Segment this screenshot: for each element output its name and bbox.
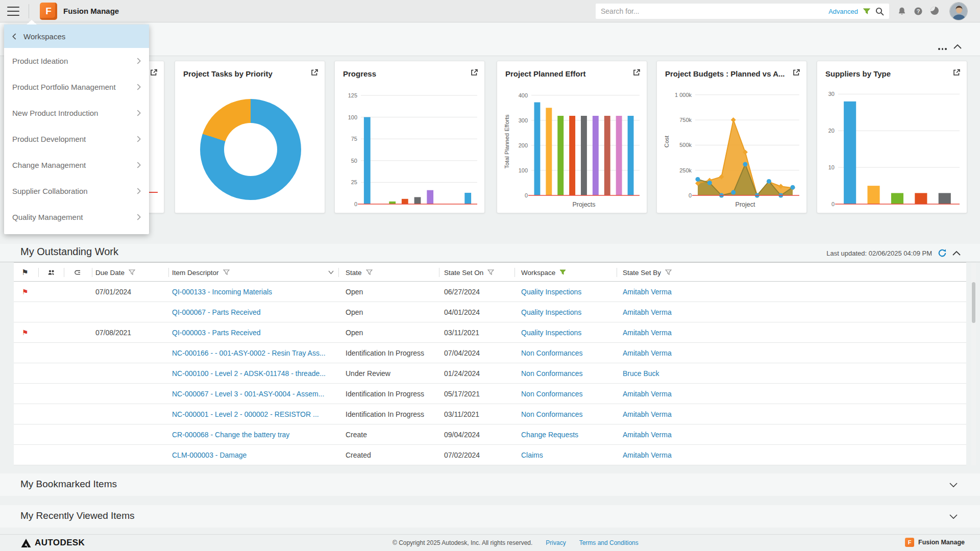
- flag-column-icon[interactable]: ⚑: [18, 263, 32, 282]
- column-state[interactable]: State: [346, 263, 373, 282]
- state-set-by-link[interactable]: Amitabh Verma: [623, 384, 672, 404]
- menu-item-quality-management[interactable]: Quality Management: [4, 204, 149, 230]
- svg-text:0: 0: [831, 201, 835, 207]
- dashboard-more-icon[interactable]: [936, 46, 949, 52]
- workspace-link[interactable]: Quality Inspections: [521, 302, 581, 322]
- item-descriptor-link[interactable]: CLM-000003 - Damage: [172, 445, 247, 465]
- my-recently-viewed-items-section[interactable]: My Recently Viewed Items: [0, 505, 980, 528]
- advanced-filter-icon[interactable]: [863, 8, 870, 15]
- item-descriptor-link[interactable]: NC-000001 - Level 2 - 000002 - RESISTOR …: [172, 404, 319, 424]
- state-set-on-cell: 07/04/2024: [444, 343, 480, 363]
- column-state-set-by[interactable]: State Set By: [623, 263, 672, 282]
- external-link-icon[interactable]: [952, 68, 961, 77]
- search-input[interactable]: Search for...: [601, 7, 639, 15]
- table-row[interactable]: QI-000067 - Parts Received Open 04/01/20…: [14, 302, 966, 322]
- menu-item-product-portfolio-management[interactable]: Product Portfolio Management: [4, 74, 149, 100]
- top-bar: F Fusion Manage Search for... Advanced ?: [0, 0, 980, 22]
- notifications-bell-icon[interactable]: [897, 7, 906, 16]
- menu-item-product-ideation[interactable]: Product Ideation: [4, 48, 149, 74]
- filter-icon[interactable]: [366, 269, 373, 276]
- column-due-date[interactable]: Due Date: [95, 263, 135, 282]
- workspace-link[interactable]: Quality Inspections: [521, 322, 581, 343]
- card-title: Suppliers by Type: [825, 69, 891, 78]
- workspace-link[interactable]: Non Conformances: [521, 384, 583, 404]
- state-set-by-link[interactable]: Amitabh Verma: [623, 404, 672, 424]
- column-state-set-on[interactable]: State Set On: [444, 263, 494, 282]
- state-set-by-link[interactable]: Amitabh Verma: [623, 445, 672, 465]
- dark-mode-moon-icon[interactable]: [930, 7, 939, 15]
- state-set-by-link[interactable]: Amitabh Verma: [623, 322, 672, 343]
- external-link-icon[interactable]: [470, 68, 478, 77]
- workspace-link[interactable]: Claims: [521, 445, 543, 465]
- item-descriptor-link[interactable]: NC-000166 - - 001-ASY-0002 - Resin Tray …: [172, 343, 326, 363]
- state-set-by-link[interactable]: Amitabh Verma: [623, 424, 672, 445]
- table-row[interactable]: CLM-000003 - Damage Created 07/02/2024 C…: [14, 445, 966, 465]
- item-descriptor-link[interactable]: CR-000068 - Change the battery tray: [172, 424, 289, 445]
- item-descriptor-link[interactable]: QI-000067 - Parts Received: [172, 302, 261, 322]
- expand-chevron-icon[interactable]: [949, 514, 958, 519]
- state-set-by-link[interactable]: Amitabh Verma: [623, 302, 672, 322]
- column-workspace[interactable]: Workspace: [521, 263, 566, 282]
- workspace-link[interactable]: Non Conformances: [521, 363, 583, 384]
- privacy-link[interactable]: Privacy: [546, 539, 566, 546]
- card-title: Project Tasks by Priority: [183, 69, 273, 78]
- terms-link[interactable]: Terms and Conditions: [579, 539, 639, 546]
- main-menu-button[interactable]: [7, 7, 19, 16]
- table-scrollbar[interactable]: [971, 263, 976, 465]
- item-descriptor-link[interactable]: QI-000133 - Incoming Materials: [172, 282, 272, 302]
- state-set-on-cell: 03/11/2021: [444, 322, 479, 343]
- table-row[interactable]: ⚑ 07/01/2024 QI-000133 - Incoming Materi…: [14, 282, 966, 302]
- workspace-link[interactable]: Change Requests: [521, 424, 578, 445]
- filter-icon-active[interactable]: [559, 269, 566, 276]
- table-row[interactable]: NC-000100 - Level 2 - ADSK-011748 - thre…: [14, 363, 966, 384]
- my-bookmarked-items-section[interactable]: My Bookmarked Items: [0, 473, 980, 496]
- external-link-icon[interactable]: [310, 68, 318, 77]
- state-set-by-link[interactable]: Amitabh Verma: [623, 282, 672, 302]
- state-set-by-link[interactable]: Amitabh Verma: [623, 343, 672, 363]
- svg-text:Total Planned Efforts: Total Planned Efforts: [504, 114, 510, 168]
- state-set-on-cell: 06/27/2024: [444, 282, 480, 302]
- item-descriptor-link[interactable]: NC-000067 - Level 3 - 001-ASY-0004 - Ass…: [172, 384, 324, 404]
- external-link-icon[interactable]: [792, 68, 800, 77]
- item-descriptor-link[interactable]: QI-000003 - Parts Received: [172, 322, 261, 343]
- menu-item-product-development[interactable]: Product Development: [4, 126, 149, 152]
- workspaces-menu-header[interactable]: Workspaces: [4, 24, 149, 48]
- workspace-link[interactable]: Non Conformances: [521, 343, 583, 363]
- flag-icon: ⚑: [18, 282, 32, 302]
- table-row[interactable]: NC-000001 - Level 2 - 000002 - RESISTOR …: [14, 404, 966, 424]
- column-item-descriptor[interactable]: Item Descriptor: [172, 263, 230, 282]
- external-link-icon[interactable]: [150, 68, 158, 77]
- help-icon[interactable]: ?: [914, 7, 923, 16]
- state-set-by-link[interactable]: Bruce Buck: [623, 363, 659, 384]
- state-column-icon[interactable]: [70, 263, 85, 282]
- external-link-icon[interactable]: [632, 68, 641, 77]
- table-row[interactable]: ⚑ 07/08/2021 QI-000003 - Parts Received …: [14, 322, 966, 343]
- filter-icon[interactable]: [129, 269, 135, 276]
- menu-item-new-product-introduction[interactable]: New Product Introduction: [4, 100, 149, 126]
- table-row[interactable]: NC-000166 - - 001-ASY-0002 - Resin Tray …: [14, 343, 966, 363]
- expand-chevron-icon[interactable]: [949, 482, 958, 488]
- dashboard-collapse-icon[interactable]: [953, 44, 962, 49]
- scrollbar-thumb[interactable]: [972, 282, 975, 323]
- advanced-search-link[interactable]: Advanced: [828, 8, 858, 15]
- card-title: Progress: [343, 69, 376, 78]
- refresh-icon[interactable]: [937, 248, 947, 258]
- menu-item-change-management[interactable]: Change Management: [4, 152, 149, 178]
- search-icon[interactable]: [875, 7, 884, 16]
- assignees-column-icon[interactable]: [43, 263, 59, 282]
- table-row[interactable]: CR-000068 - Change the battery tray Crea…: [14, 424, 966, 445]
- item-descriptor-link[interactable]: NC-000100 - Level 2 - ADSK-011748 - thre…: [172, 363, 326, 384]
- filter-icon[interactable]: [487, 269, 494, 276]
- user-avatar[interactable]: [949, 2, 968, 20]
- state-set-on-cell: 09/04/2024: [444, 424, 480, 445]
- workspace-link[interactable]: Non Conformances: [521, 404, 583, 424]
- workspace-link[interactable]: Quality Inspections: [521, 282, 581, 302]
- svg-text:300: 300: [519, 117, 528, 123]
- menu-item-supplier-collaboration[interactable]: Supplier Collaboration: [4, 178, 149, 204]
- table-row[interactable]: NC-000067 - Level 3 - 001-ASY-0004 - Ass…: [14, 384, 966, 404]
- filter-icon[interactable]: [665, 269, 672, 276]
- filter-icon[interactable]: [223, 269, 230, 276]
- column-dropdown-icon[interactable]: [328, 270, 334, 274]
- search-box[interactable]: Search for... Advanced: [596, 4, 889, 19]
- section-collapse-icon[interactable]: [952, 251, 961, 256]
